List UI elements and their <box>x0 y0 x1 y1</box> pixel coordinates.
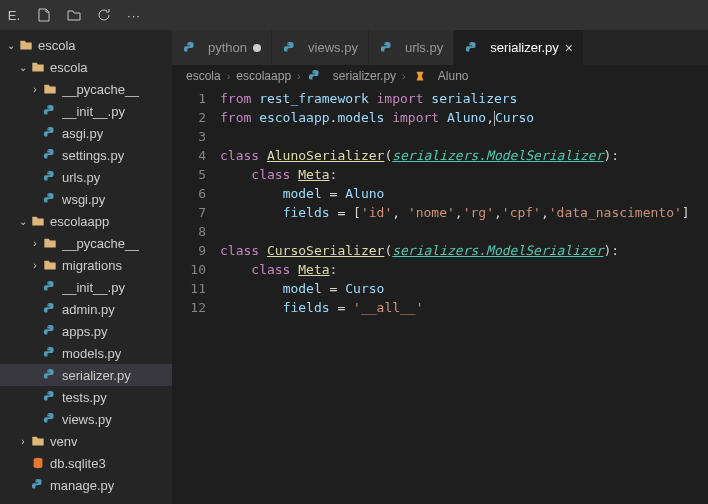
tree-item-label: serializer.py <box>62 368 131 383</box>
py-icon <box>42 301 58 317</box>
chevron-right-icon: › <box>227 70 231 82</box>
tree-item[interactable]: manage.py <box>0 474 172 496</box>
breadcrumb-segment[interactable]: serializer.py <box>333 69 396 83</box>
tree-item[interactable]: ⌄escola <box>0 34 172 56</box>
folder-icon <box>42 235 58 251</box>
chevron-right-icon: › <box>402 70 406 82</box>
new-file-icon[interactable] <box>36 7 52 23</box>
tree-item-label: escola <box>38 38 76 53</box>
chevron-right-icon: › <box>18 436 28 446</box>
new-folder-icon[interactable] <box>66 7 82 23</box>
py-icon <box>307 68 323 84</box>
tree-item-label: urls.py <box>62 170 100 185</box>
tree-item-label: tests.py <box>62 390 107 405</box>
breadcrumb-segment[interactable]: escolaapp <box>236 69 291 83</box>
folder-icon <box>30 433 46 449</box>
chevron-down-icon: ⌄ <box>18 216 28 226</box>
tree-item-label: __pycache__ <box>62 82 139 97</box>
tree-item-label: escola <box>50 60 88 75</box>
folder-open-icon <box>18 37 34 53</box>
tree-item[interactable]: ⌄escolaapp <box>0 210 172 232</box>
tree-item-label: escolaapp <box>50 214 109 229</box>
tree-item-label: models.py <box>62 346 121 361</box>
py-icon <box>30 477 46 493</box>
tree-item[interactable]: ⌄escola <box>0 56 172 78</box>
tree-item-label: migrations <box>62 258 122 273</box>
py-icon <box>42 367 58 383</box>
titlebar: E. ··· <box>0 0 708 30</box>
tab-label: serializer.py <box>490 40 559 55</box>
py-icon <box>464 40 480 56</box>
tree-item[interactable]: ›__pycache__ <box>0 232 172 254</box>
line-gutter: 123456789101112 <box>172 87 220 504</box>
tree-item[interactable]: ›venv <box>0 430 172 452</box>
tree-item-label: __pycache__ <box>62 236 139 251</box>
tree-item[interactable]: __init__.py <box>0 276 172 298</box>
editor-tab[interactable]: views.py <box>272 30 369 65</box>
tab-label: views.py <box>308 40 358 55</box>
py-icon <box>42 345 58 361</box>
tab-label: urls.py <box>405 40 443 55</box>
tree-item[interactable]: __init__.py <box>0 100 172 122</box>
symbol-class-icon <box>412 68 428 84</box>
breadcrumb-segment[interactable]: escola <box>186 69 221 83</box>
chevron-right-icon: › <box>30 260 40 270</box>
chevron-right-icon: › <box>30 84 40 94</box>
py-icon <box>42 279 58 295</box>
tree-item-label: __init__.py <box>62 280 125 295</box>
py-icon <box>282 40 298 56</box>
py-icon <box>42 411 58 427</box>
tree-item[interactable]: serializer.py <box>0 364 172 386</box>
more-icon[interactable]: ··· <box>126 7 142 23</box>
tree-item[interactable]: tests.py <box>0 386 172 408</box>
tree-item[interactable]: wsgi.py <box>0 188 172 210</box>
code-lines[interactable]: from rest_framework import serializersfr… <box>220 87 708 504</box>
editor-tab[interactable]: serializer.py× <box>454 30 584 65</box>
tree-item[interactable]: admin.py <box>0 298 172 320</box>
tree-item-label: manage.py <box>50 478 114 493</box>
modified-dot-icon <box>253 44 261 52</box>
folder-open-icon <box>30 213 46 229</box>
breadcrumb[interactable]: escola›escolaapp›serializer.py›Aluno <box>172 65 708 87</box>
tree-item-label: __init__.py <box>62 104 125 119</box>
tree-item[interactable]: settings.py <box>0 144 172 166</box>
tree-item[interactable]: models.py <box>0 342 172 364</box>
tree-item-label: db.sqlite3 <box>50 456 106 471</box>
explorer-sidebar[interactable]: ⌄escola⌄escola›__pycache____init__.pyasg… <box>0 30 172 504</box>
editor-tab[interactable]: urls.py <box>369 30 454 65</box>
chevron-down-icon: ⌄ <box>18 62 28 72</box>
editor-area: pythonviews.pyurls.pyserializer.py× esco… <box>172 30 708 504</box>
tab-label: python <box>208 40 247 55</box>
tree-item-label: wsgi.py <box>62 192 105 207</box>
py-icon <box>182 40 198 56</box>
tree-item[interactable]: ›__pycache__ <box>0 78 172 100</box>
breadcrumb-segment[interactable]: Aluno <box>438 69 469 83</box>
tree-item-label: asgi.py <box>62 126 103 141</box>
chevron-right-icon: › <box>30 238 40 248</box>
tree-item[interactable]: urls.py <box>0 166 172 188</box>
tree-item[interactable]: asgi.py <box>0 122 172 144</box>
tree-item[interactable]: views.py <box>0 408 172 430</box>
chevron-right-icon: › <box>297 70 301 82</box>
refresh-icon[interactable] <box>96 7 112 23</box>
tree-item[interactable]: apps.py <box>0 320 172 342</box>
py-icon <box>42 389 58 405</box>
close-icon[interactable]: × <box>565 40 573 56</box>
folder-icon <box>42 257 58 273</box>
folder-icon <box>42 81 58 97</box>
tree-item-label: views.py <box>62 412 112 427</box>
editor-tabs: pythonviews.pyurls.pyserializer.py× <box>172 30 708 65</box>
code-editor[interactable]: 123456789101112 from rest_framework impo… <box>172 87 708 504</box>
editor-tab[interactable]: python <box>172 30 272 65</box>
tree-item[interactable]: db.sqlite3 <box>0 452 172 474</box>
py-icon <box>42 323 58 339</box>
tree-item[interactable]: ›migrations <box>0 254 172 276</box>
py-icon <box>42 191 58 207</box>
db-icon <box>30 455 46 471</box>
py-icon <box>42 169 58 185</box>
tree-item-label: settings.py <box>62 148 124 163</box>
py-icon <box>379 40 395 56</box>
folder-open-icon <box>30 59 46 75</box>
tree-item-label: apps.py <box>62 324 108 339</box>
py-icon <box>42 125 58 141</box>
